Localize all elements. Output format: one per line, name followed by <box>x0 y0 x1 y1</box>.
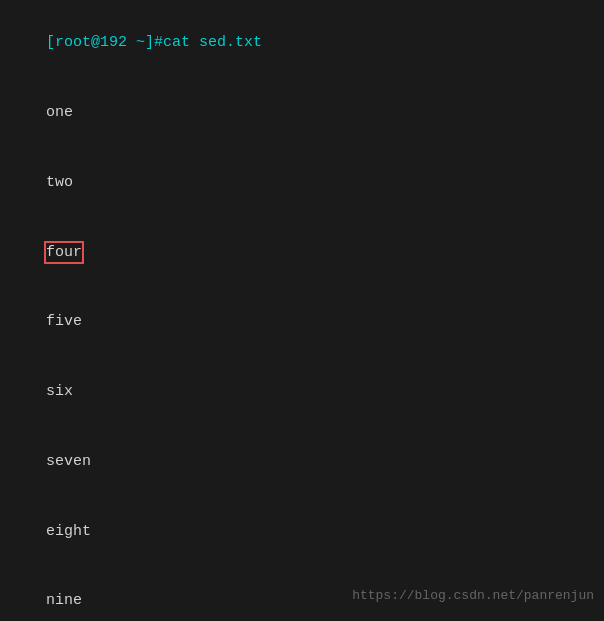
output-one-1: one <box>10 78 594 148</box>
watermark: https://blog.csdn.net/panrenjun <box>352 588 594 603</box>
prompt-1: [root@192 ~]#cat sed.txt <box>46 34 262 51</box>
output-four-highlighted: four <box>10 217 594 287</box>
output-eight-1: eight <box>10 496 594 566</box>
output-six-1: six <box>10 357 594 427</box>
terminal-window: [root@192 ~]#cat sed.txt one two four fi… <box>0 0 604 621</box>
output-two-1: two <box>10 148 594 218</box>
output-five-1: five <box>10 287 594 357</box>
output-seven-1: seven <box>10 427 594 497</box>
command-line-1: [root@192 ~]#cat sed.txt <box>10 8 594 78</box>
